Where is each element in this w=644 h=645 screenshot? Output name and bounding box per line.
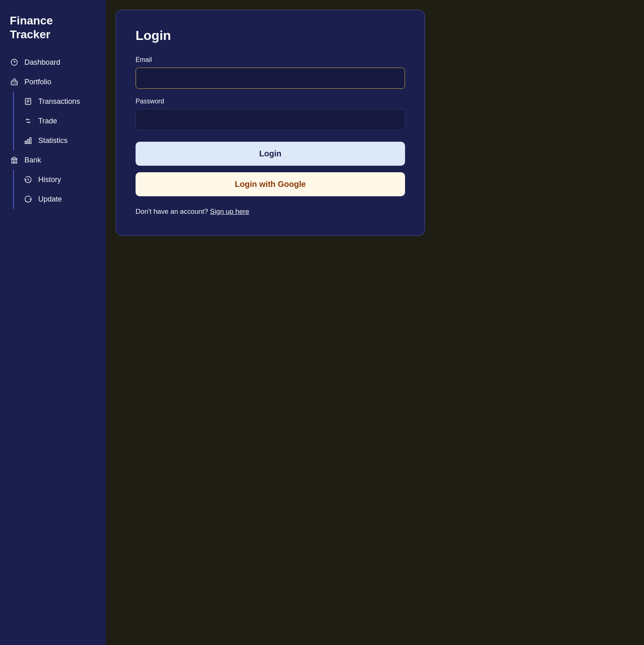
email-input[interactable] <box>136 68 405 89</box>
app-title: Finance Tracker <box>0 10 106 53</box>
sidebar-item-portfolio[interactable]: Portfolio <box>0 72 106 92</box>
history-icon <box>24 175 33 184</box>
sidebar-item-dashboard[interactable]: Dashboard <box>0 53 106 72</box>
sidebar-item-history[interactable]: History <box>14 170 106 189</box>
login-with-google-button[interactable]: Login with Google <box>136 172 405 196</box>
sidebar-label-dashboard: Dashboard <box>24 58 60 67</box>
password-input[interactable] <box>136 109 405 130</box>
sidebar-label-trade: Trade <box>38 117 57 125</box>
signup-prompt: Don't have an account? Sign up here <box>136 208 405 216</box>
trade-icon <box>24 116 33 125</box>
bank-sub-group: History Update <box>13 170 106 209</box>
login-title: Login <box>136 28 405 43</box>
sidebar-label-transactions: Transactions <box>38 97 80 106</box>
bank-icon <box>10 156 19 165</box>
sidebar-label-history: History <box>38 176 61 184</box>
main-content: Login Email Password Login Login with Go… <box>106 0 644 645</box>
email-label: Email <box>136 56 405 64</box>
sidebar-item-update[interactable]: Update <box>14 189 106 209</box>
sidebar-item-trade[interactable]: Trade <box>14 111 106 131</box>
sidebar-item-transactions[interactable]: Transactions <box>14 92 106 111</box>
password-label: Password <box>136 98 405 105</box>
no-account-text: Don't have an account? <box>136 208 208 215</box>
dashboard-icon <box>10 58 19 67</box>
transactions-icon <box>24 97 33 106</box>
sidebar-item-statistics[interactable]: Statistics <box>14 131 106 150</box>
signup-link[interactable]: Sign up here <box>210 208 249 215</box>
svg-rect-10 <box>27 140 28 144</box>
sidebar-label-portfolio: Portfolio <box>24 78 51 86</box>
sidebar-label-bank: Bank <box>24 156 41 165</box>
statistics-icon <box>24 136 33 145</box>
svg-rect-9 <box>25 141 26 144</box>
sidebar-item-bank[interactable]: Bank <box>0 150 106 170</box>
sidebar-label-update: Update <box>38 195 62 204</box>
login-button[interactable]: Login <box>136 142 405 166</box>
sidebar-label-statistics: Statistics <box>38 136 68 145</box>
login-card: Login Email Password Login Login with Go… <box>116 10 425 236</box>
portfolio-sub-group: Transactions Trade Statistics <box>13 92 106 150</box>
svg-rect-11 <box>30 138 31 144</box>
sidebar: Finance Tracker Dashboard Portfolio <box>0 0 106 645</box>
update-icon <box>24 195 33 204</box>
portfolio-icon <box>10 77 19 86</box>
svg-line-19 <box>28 180 29 181</box>
